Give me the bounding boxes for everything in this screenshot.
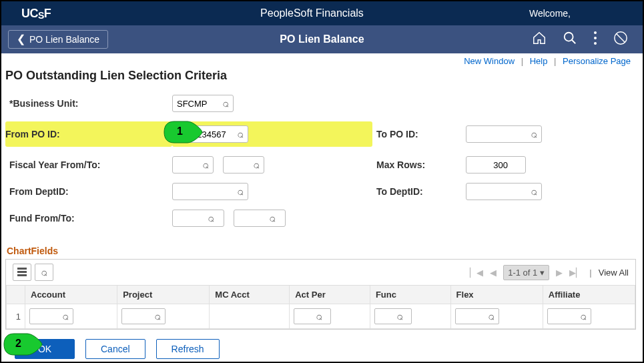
fund-from-input-wrap [172, 210, 224, 227]
to-po-label: To PO ID: [372, 129, 466, 139]
fiscal-from-input[interactable] [177, 160, 202, 170]
svg-point-3 [594, 37, 597, 39]
lookup-icon[interactable] [488, 310, 495, 322]
svg-line-6 [617, 33, 625, 42]
lookup-icon[interactable] [222, 97, 229, 109]
lookup-icon[interactable] [580, 310, 587, 322]
last-page-icon[interactable]: ▶▏ [569, 268, 583, 278]
nav-icon-group [532, 31, 643, 49]
lookup-icon[interactable] [396, 310, 403, 322]
lookup-icon[interactable] [202, 159, 209, 171]
lookup-icon[interactable] [62, 310, 69, 322]
annotation-marker-2: 2 [3, 333, 43, 358]
from-dept-label: From DeptID: [5, 186, 172, 197]
nav-bar: ❮ PO Lien Balance PO Lien Balance [1, 25, 643, 53]
view-all-link[interactable]: View All [599, 268, 629, 278]
lookup-icon[interactable] [269, 212, 276, 224]
app-title: PeopleSoft Financials [95, 7, 529, 19]
grid-settings-button[interactable] [13, 264, 31, 281]
to-dept-label: To DeptID: [372, 186, 466, 197]
business-unit-input[interactable] [177, 99, 222, 109]
fund-from-input[interactable] [177, 214, 208, 224]
top-banner: UCSF PeopleSoft Financials Welcome, [1, 1, 643, 25]
fund-to-input[interactable] [238, 214, 269, 224]
cancel-button[interactable]: Cancel [85, 339, 145, 359]
lookup-icon[interactable] [531, 128, 537, 140]
page-range-select[interactable]: 1-1 of 1 ▾ [503, 265, 549, 280]
col-mc-acct: MC Acct [210, 286, 290, 304]
lookup-icon[interactable] [237, 186, 244, 198]
back-label: PO Lien Balance [29, 34, 99, 45]
fiscal-from-input-wrap [172, 156, 214, 173]
menu-icon[interactable] [593, 31, 597, 49]
row-number: 1 [7, 304, 25, 329]
col-act-per: Act Per [290, 286, 370, 304]
project-input[interactable] [126, 312, 150, 321]
flex-input[interactable] [460, 312, 484, 321]
account-input[interactable] [34, 312, 58, 321]
func-input[interactable] [379, 312, 392, 321]
chevron-left-icon: ❮ [17, 34, 25, 45]
business-unit-input-wrap [172, 95, 234, 112]
grid-find-button[interactable] [35, 264, 53, 281]
next-page-icon[interactable]: ▶ [556, 268, 563, 278]
first-page-icon[interactable]: ▏◀ [470, 268, 483, 278]
max-rows-label: Max Rows: [372, 159, 466, 170]
svg-point-4 [594, 42, 597, 45]
chartfields-grid: ▏◀ ◀ 1-1 of 1 ▾ ▶ ▶▏ | View All Acco [5, 259, 636, 330]
to-dept-input[interactable] [470, 187, 531, 197]
refresh-button[interactable]: Refresh [156, 339, 220, 359]
lookup-icon[interactable] [316, 310, 322, 322]
lookup-icon[interactable] [154, 310, 161, 322]
svg-rect-9 [17, 274, 27, 276]
grid-pager: ▏◀ ◀ 1-1 of 1 ▾ ▶ ▶▏ | View All [470, 265, 629, 280]
chartfields-title: ChartFields [7, 246, 636, 256]
annotation-marker-1: 1 [164, 121, 204, 146]
col-project: Project [117, 286, 210, 304]
fund-to-input-wrap [234, 210, 286, 227]
max-rows-input-wrap [466, 156, 526, 173]
new-window-link[interactable]: New Window [461, 56, 517, 66]
grid-toolbar: ▏◀ ◀ 1-1 of 1 ▾ ▶ ▶▏ | View All [6, 260, 635, 286]
home-icon[interactable] [532, 31, 547, 49]
col-affiliate: Affiliate [543, 286, 635, 304]
svg-point-0 [565, 32, 573, 41]
mc-acct-cell [210, 304, 290, 329]
from-po-label: From PO ID: [5, 121, 172, 147]
to-po-input[interactable] [470, 129, 531, 139]
fund-label: Fund From/To: [5, 213, 172, 224]
lookup-icon[interactable] [531, 186, 537, 198]
prev-page-icon[interactable]: ◀ [490, 268, 497, 278]
fiscal-to-input[interactable] [228, 160, 253, 170]
svg-point-2 [594, 31, 597, 34]
to-dept-input-wrap [466, 183, 542, 200]
page-heading: PO Outstanding Lien Selection Criteria [5, 69, 636, 83]
page-links: New Window | Help | Personalize Page [1, 53, 643, 67]
compass-icon[interactable] [613, 31, 628, 49]
col-rownum [7, 286, 25, 304]
table-row: 1 [7, 304, 635, 329]
act-per-input[interactable] [298, 312, 312, 321]
help-link[interactable]: Help [527, 56, 551, 66]
personalize-link[interactable]: Personalize Page [560, 56, 633, 66]
search-icon[interactable] [563, 31, 577, 49]
welcome-text: Welcome, [529, 8, 643, 19]
col-flex: Flex [450, 286, 543, 304]
logo: UCSF [1, 7, 95, 21]
business-unit-label: *Business Unit: [5, 98, 172, 109]
lookup-icon[interactable] [237, 128, 244, 140]
from-dept-input[interactable] [177, 187, 237, 197]
col-account: Account [25, 286, 117, 304]
from-dept-input-wrap [172, 183, 248, 200]
col-func: Func [370, 286, 450, 304]
svg-rect-7 [17, 268, 27, 270]
affiliate-input[interactable] [552, 312, 576, 321]
fiscal-year-label: Fiscal Year From/To: [5, 159, 172, 170]
svg-rect-8 [17, 271, 27, 273]
chevron-down-icon: ▾ [540, 268, 545, 278]
max-rows-input[interactable] [470, 160, 511, 170]
lookup-icon[interactable] [253, 159, 260, 171]
svg-line-1 [572, 39, 576, 43]
back-button[interactable]: ❮ PO Lien Balance [8, 30, 108, 49]
lookup-icon[interactable] [208, 212, 214, 224]
